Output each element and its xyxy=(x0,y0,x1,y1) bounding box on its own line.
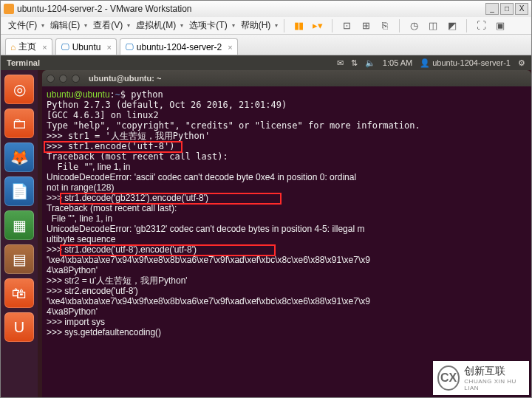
mail-indicator[interactable]: ✉ xyxy=(337,58,344,68)
tab-server-label: ubuntu-1204-server-2 xyxy=(137,42,222,52)
monitor-icon: 🖵 xyxy=(61,42,69,52)
tab-home-label: 主页 xyxy=(18,41,36,53)
watermark-en: CHUANG XIN HU LIAN xyxy=(464,378,525,391)
close-button[interactable]: X xyxy=(515,3,528,15)
terminal-body[interactable]: ubuntu@ubuntu:~$ python Python 2.7.3 (de… xyxy=(42,86,531,397)
firefox-icon[interactable]: 🦊 xyxy=(4,143,34,172)
vmware-window: ubuntu-1204-server-2 - VMware Workstatio… xyxy=(0,0,532,398)
vmware-icon xyxy=(4,4,14,14)
software-center-icon[interactable]: 🛍 xyxy=(4,278,34,308)
vmware-title: ubuntu-1204-server-2 - VMware Workstatio… xyxy=(17,4,485,14)
toolbar-icon-2[interactable]: ⊞ xyxy=(358,18,374,33)
toolbar-icon-1[interactable]: ⊡ xyxy=(338,18,355,33)
system-indicator[interactable]: ⚙ xyxy=(518,58,525,68)
terminal-area: ubuntu@ubuntu: ~ ubuntu@ubuntu:~$ python… xyxy=(38,70,531,397)
menu-edit[interactable]: 编辑(E) xyxy=(47,18,83,33)
active-app-title: Terminal xyxy=(7,58,330,67)
terminal-window: ubuntu@ubuntu: ~ ubuntu@ubuntu:~$ python… xyxy=(42,70,531,397)
snapshot-mgr-icon[interactable]: ◫ xyxy=(425,18,441,33)
play-icon[interactable]: ▸▾ xyxy=(310,18,326,33)
tab-server[interactable]: 🖵 ubuntu-1204-server-2 × xyxy=(120,38,238,55)
menu-tabs[interactable]: 选项卡(T) xyxy=(186,18,230,33)
window-close-icon[interactable] xyxy=(47,75,55,83)
close-icon[interactable]: × xyxy=(228,43,232,52)
menu-vm[interactable]: 虚拟机(M) xyxy=(133,18,179,33)
tab-ubuntu[interactable]: 🖵 Ubuntu × xyxy=(55,38,117,55)
vmware-menubar: 文件(F)▾ 编辑(E)▾ 查看(V)▾ 虚拟机(M)▾ 选项卡(T)▾ 帮助(… xyxy=(1,17,531,35)
window-min-icon[interactable] xyxy=(59,75,67,83)
ubuntu-desktop: ◎🗀🦊📄▦▤🛍U ubuntu@ubuntu: ~ ubuntu@ubuntu:… xyxy=(1,70,531,397)
network-indicator[interactable]: ⇅ xyxy=(351,58,358,68)
fullscreen-icon[interactable]: ⛶ xyxy=(473,18,489,33)
watermark-cn: 创新互联 xyxy=(464,365,525,378)
menu-file[interactable]: 文件(F) xyxy=(5,18,40,33)
impress-icon[interactable]: ▤ xyxy=(4,244,34,274)
ubuntu-top-panel: Terminal ✉ ⇅ 🔈 1:05 AM 👤 ubuntu-1204-ser… xyxy=(1,55,531,70)
close-icon[interactable]: × xyxy=(106,43,111,52)
menu-view[interactable]: 查看(V) xyxy=(90,18,126,33)
window-max-icon[interactable] xyxy=(72,75,80,83)
pause-icon[interactable]: ▮▮ xyxy=(290,18,307,33)
unity-launcher: ◎🗀🦊📄▦▤🛍U xyxy=(1,70,38,397)
terminal-title: ubuntu@ubuntu: ~ xyxy=(89,74,161,83)
writer-icon[interactable]: 📄 xyxy=(4,176,34,206)
dash-icon[interactable]: ◎ xyxy=(4,75,34,104)
files-icon[interactable]: 🗀 xyxy=(4,109,34,138)
highlight-box xyxy=(44,141,183,153)
user-indicator[interactable]: 👤 ubuntu-1204-server-1 xyxy=(420,58,511,68)
monitor-icon: 🖵 xyxy=(125,42,134,52)
clock-indicator[interactable]: 1:05 AM xyxy=(383,58,412,67)
unity-icon[interactable]: ▣ xyxy=(492,18,508,33)
tab-ubuntu-label: Ubuntu xyxy=(72,42,101,52)
close-icon[interactable]: × xyxy=(42,43,47,52)
vmware-titlebar[interactable]: ubuntu-1204-server-2 - VMware Workstatio… xyxy=(1,1,531,17)
snapshot-icon[interactable]: ◷ xyxy=(406,18,422,33)
home-icon: ⌂ xyxy=(10,42,16,52)
toolbar-icon-3[interactable]: ⎘ xyxy=(377,18,393,33)
minimize-button[interactable]: _ xyxy=(485,3,499,15)
calc-icon[interactable]: ▦ xyxy=(4,210,34,240)
watermark: CX 创新互联 CHUANG XIN HU LIAN xyxy=(433,361,529,395)
guest-screen: Terminal ✉ ⇅ 🔈 1:05 AM 👤 ubuntu-1204-ser… xyxy=(1,55,531,397)
snapshot-revert-icon[interactable]: ◩ xyxy=(444,18,460,33)
watermark-logo-icon: CX xyxy=(437,366,460,391)
menu-help[interactable]: 帮助(H) xyxy=(238,18,274,33)
sound-indicator[interactable]: 🔈 xyxy=(365,58,375,68)
ubuntu-one-icon[interactable]: U xyxy=(4,312,34,342)
tab-home[interactable]: ⌂ 主页 × xyxy=(5,38,52,55)
maximize-button[interactable]: □ xyxy=(500,3,514,15)
terminal-titlebar[interactable]: ubuntu@ubuntu: ~ xyxy=(42,70,531,86)
vmware-tabstrip: ⌂ 主页 × 🖵 Ubuntu × 🖵 ubuntu-1204-server-2… xyxy=(1,35,531,55)
